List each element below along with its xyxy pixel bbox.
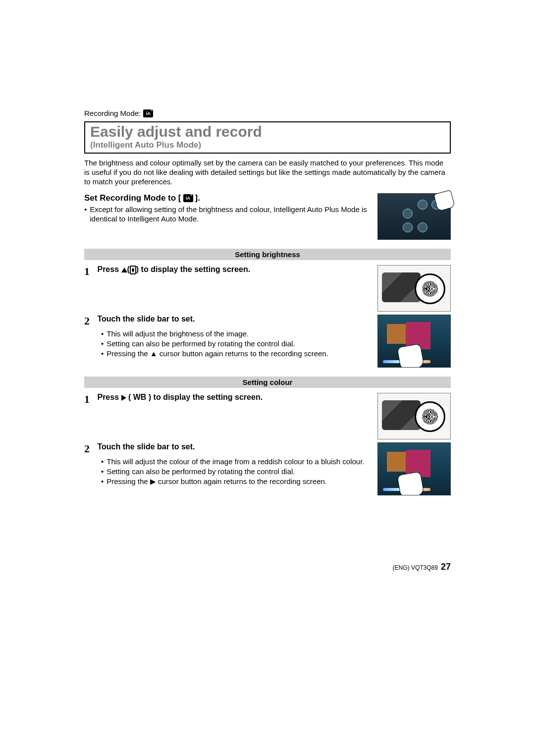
step-title: Press (⧫) to display the setting screen. <box>97 265 250 273</box>
intro-paragraph: The brightness and colour optimally set … <box>84 159 451 186</box>
brightness-section-bar: Setting brightness <box>84 249 451 260</box>
colour-step-2: 2 Touch the slide bar to set. •This will… <box>84 442 451 495</box>
pointing-hand-icon <box>397 344 425 368</box>
mode-select-screenshot <box>377 193 451 240</box>
set-mode-note: •Except for allowing setting of the brig… <box>84 205 372 224</box>
page-subtitle: (Intelligent Auto Plus Mode) <box>90 141 445 150</box>
colour-section-bar: Setting colour <box>84 377 451 388</box>
ia-plus-mode-icon: iA+ <box>143 109 153 117</box>
pointing-hand-icon <box>397 472 425 496</box>
set-mode-section: Set Recording Mode to [ iA+ ]. •Except f… <box>84 193 451 240</box>
exposure-comp-icon: ⧫ <box>130 266 136 274</box>
up-triangle-icon <box>121 268 127 272</box>
brightness-step-1: 1 Press (⧫) to display the setting scree… <box>84 265 451 312</box>
doc-code: (ENG) VQT3Q89 <box>393 564 438 571</box>
colour-touch-screenshot <box>377 442 451 495</box>
title-box: Easily adjust and record (Intelligent Au… <box>84 121 451 154</box>
step-number: 2 <box>84 315 95 327</box>
page-footer: (ENG) VQT3Q89 27 <box>393 562 451 572</box>
colour-step-1: 1 Press ( WB ) to display the setting sc… <box>84 393 451 439</box>
brightness-touch-screenshot <box>377 315 451 368</box>
step-number: 2 <box>84 442 95 455</box>
page-content: Recording Mode: iA+ Easily adjust and re… <box>84 109 451 498</box>
recording-mode-line: Recording Mode: iA+ <box>84 109 451 117</box>
set-mode-heading: Set Recording Mode to [ iA+ ]. <box>84 193 372 203</box>
camera-dial-illustration <box>377 393 451 439</box>
step-bullets: •This will adjust the colour of the imag… <box>101 457 372 486</box>
page-title: Easily adjust and record <box>90 123 445 141</box>
step-title: Touch the slide bar to set. <box>97 442 195 451</box>
right-triangle-icon <box>121 395 126 401</box>
step-number: 1 <box>84 265 95 278</box>
camera-dial-illustration <box>377 265 451 312</box>
ia-plus-mode-icon: iA+ <box>183 194 193 202</box>
brightness-step-2: 2 Touch the slide bar to set. •This will… <box>84 315 451 368</box>
page-number: 27 <box>441 562 451 572</box>
wb-icon: WB <box>133 393 147 401</box>
step-bullets: •This will adjust the brightness of the … <box>101 329 372 358</box>
step-number: 1 <box>84 393 95 406</box>
step-title: Press ( WB ) to display the setting scre… <box>97 393 263 401</box>
recording-mode-label: Recording Mode: <box>84 109 141 117</box>
step-title: Touch the slide bar to set. <box>97 315 195 323</box>
